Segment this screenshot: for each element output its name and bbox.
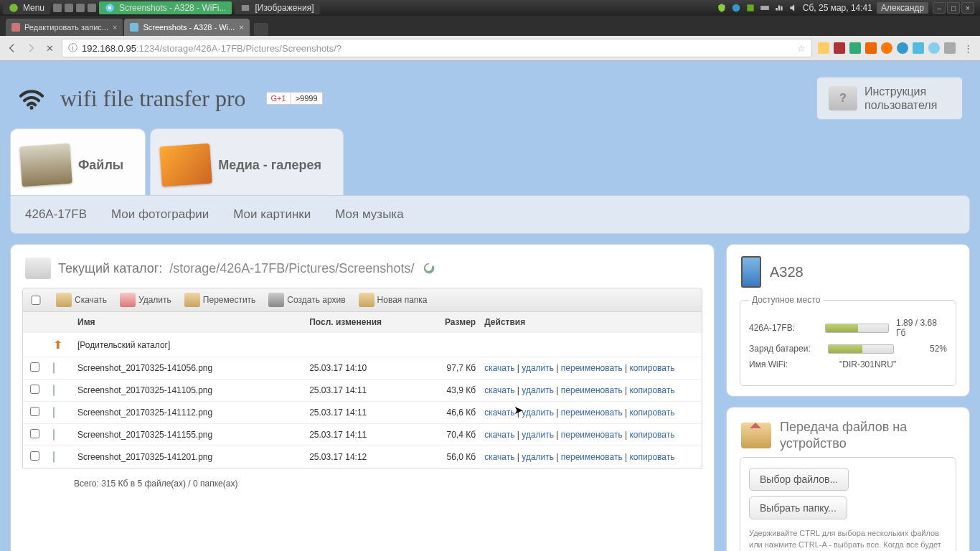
subnav-item[interactable]: Мои картинки [233, 207, 311, 222]
extension-icon[interactable] [944, 42, 956, 54]
action-download[interactable]: скачать [484, 385, 514, 395]
action-rename[interactable]: переименовать [561, 452, 623, 462]
action-copy[interactable]: копировать [629, 452, 674, 462]
action-delete[interactable]: удалить [522, 430, 554, 440]
extension-icon[interactable] [865, 42, 877, 54]
updates-icon[interactable] [731, 3, 741, 13]
action-copy[interactable]: копировать [629, 430, 674, 440]
extension-icon[interactable] [849, 42, 861, 54]
task-window[interactable]: Screenshots - A328 - WiFi... [99, 1, 232, 14]
action-delete[interactable]: удалить [522, 385, 554, 395]
network-icon[interactable] [774, 3, 784, 13]
star-icon[interactable]: ☆ [797, 43, 806, 54]
volume-icon[interactable] [788, 3, 798, 13]
taskbar-icon[interactable] [53, 4, 62, 12]
tab-files[interactable]: Файлы [10, 128, 146, 195]
action-copy[interactable]: копировать [629, 363, 674, 373]
clock[interactable]: Сб, 25 мар, 14:41 [803, 3, 872, 13]
taskbar-icon[interactable] [76, 4, 85, 12]
file-icon [53, 429, 55, 441]
file-name[interactable]: Screenshot_20170325-141112.png [77, 408, 301, 418]
row-checkbox[interactable] [30, 385, 39, 394]
col-size[interactable]: Размер [418, 317, 476, 327]
user-menu[interactable]: Александр [877, 2, 928, 14]
minimize-button[interactable]: – [933, 2, 946, 14]
action-copy[interactable]: копировать [629, 385, 674, 395]
info-icon[interactable]: ⓘ [68, 42, 77, 55]
col-name[interactable]: Имя [77, 317, 301, 327]
col-modified[interactable]: Посл. изменения [309, 317, 410, 327]
browser-tab[interactable]: Редактировать запис... × [6, 19, 123, 36]
adblock-icon[interactable] [834, 42, 845, 54]
extension-icon[interactable] [897, 42, 908, 54]
action-rename[interactable]: переименовать [561, 363, 623, 373]
action-rename[interactable]: переименовать [561, 408, 623, 418]
refresh-icon[interactable] [421, 260, 437, 276]
url-input[interactable]: ⓘ 192.168.0.95:1234/storage/426A-17FB/Pi… [62, 39, 812, 57]
back-button[interactable] [6, 42, 19, 55]
taskbar-icon[interactable] [65, 4, 73, 12]
choose-files-button[interactable]: Выбор файлов... [749, 468, 849, 491]
close-button[interactable]: × [961, 2, 974, 14]
choose-folder-button[interactable]: Выбрать папку... [749, 496, 847, 519]
action-rename[interactable]: переименовать [561, 385, 623, 395]
help-button[interactable]: Инструкция пользователя [816, 77, 963, 120]
extension-icon[interactable] [818, 42, 829, 54]
download-button[interactable]: Скачать [56, 293, 107, 307]
action-copy[interactable]: копировать [629, 408, 674, 418]
extension-icon[interactable] [913, 42, 924, 54]
os-menu[interactable]: Menu [3, 1, 50, 14]
move-button[interactable]: Переместить [184, 293, 256, 307]
archive-button[interactable]: Создать архив [268, 293, 345, 307]
file-actions: скачать | удалить | переименовать | копи… [484, 385, 694, 395]
row-checkbox[interactable] [30, 451, 39, 461]
close-icon[interactable]: × [113, 23, 117, 32]
forward-button[interactable] [24, 42, 37, 55]
extension-icon[interactable] [881, 42, 892, 54]
keyboard-icon[interactable] [760, 3, 770, 13]
page: wifi file transfer pro G+1 >9999 Инструк… [0, 61, 980, 551]
new-folder-button[interactable]: Новая папка [359, 293, 428, 307]
browser-tab[interactable]: Screenshots - A328 - Wi... × [124, 19, 249, 36]
printer-icon [25, 258, 51, 279]
menu-icon[interactable]: ⋮ [961, 42, 974, 55]
subnav-item[interactable]: Моя музыка [335, 207, 403, 222]
summary: Всего: 315 Кб в 5 файле(ах) / 0 папке(ах… [22, 468, 702, 493]
gplus-badge[interactable]: G+1 >9999 [266, 92, 323, 105]
action-download[interactable]: скачать [484, 430, 514, 440]
action-download[interactable]: скачать [484, 363, 514, 373]
favicon [130, 23, 138, 32]
extension-icon[interactable] [928, 42, 940, 54]
taskbar-icon[interactable] [88, 4, 96, 12]
new-tab-button[interactable] [254, 23, 268, 36]
action-rename[interactable]: переименовать [561, 430, 623, 440]
row-checkbox[interactable] [30, 362, 39, 372]
svg-point-2 [108, 6, 112, 10]
task-window[interactable]: [Изображения] [235, 1, 319, 14]
file-name[interactable]: Screenshot_20170325-141056.png [77, 363, 301, 373]
delete-button[interactable]: Удалить [120, 293, 171, 307]
file-name[interactable]: Screenshot_20170325-141155.png [77, 430, 301, 440]
shield-icon[interactable] [717, 3, 727, 13]
row-checkbox[interactable] [30, 429, 39, 438]
action-download[interactable]: скачать [484, 408, 514, 418]
action-delete[interactable]: удалить [522, 452, 554, 462]
tab-media[interactable]: Медиа - галерея [150, 128, 344, 195]
action-delete[interactable]: удалить [522, 408, 554, 418]
file-name[interactable]: Screenshot_20170325-141201.png [77, 452, 301, 462]
action-delete[interactable]: удалить [522, 363, 554, 373]
device-panel: A328 Доступное место 426A-17FB: 1.89 / 3… [726, 244, 970, 397]
action-download[interactable]: скачать [484, 452, 514, 462]
file-icon [53, 385, 55, 396]
select-all-checkbox[interactable] [29, 296, 43, 305]
subnav-item[interactable]: 426A-17FB [25, 207, 87, 222]
file-name[interactable]: Screenshot_20170325-141105.png [77, 385, 301, 395]
row-checkbox[interactable] [30, 407, 39, 416]
subnav-item[interactable]: Мои фотографии [111, 207, 209, 222]
maximize-button[interactable]: □ [947, 2, 960, 14]
nvidia-icon[interactable] [745, 3, 755, 13]
table-header: Имя Посл. изменения Размер Действия [23, 312, 702, 332]
stop-button[interactable]: ✕ [43, 42, 56, 55]
parent-row[interactable]: ⬆ [Родительский каталог] [23, 332, 702, 357]
close-icon[interactable]: × [239, 23, 243, 32]
